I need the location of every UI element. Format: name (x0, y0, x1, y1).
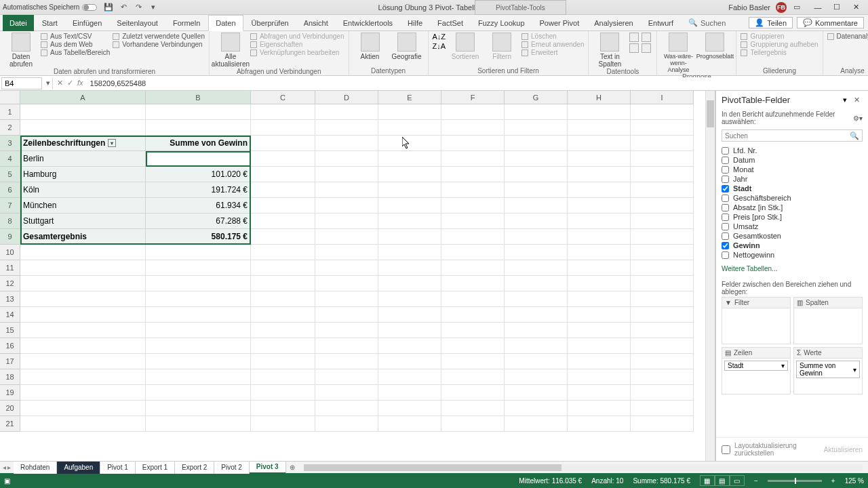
ribbon-item[interactable]: Aus dem Web (41, 41, 110, 48)
column-header[interactable]: H (568, 91, 631, 104)
cell[interactable] (441, 369, 505, 385)
cell[interactable] (441, 104, 505, 120)
qat-more-icon[interactable]: ▾ (149, 3, 158, 12)
cell[interactable] (20, 385, 146, 401)
cell[interactable] (378, 307, 441, 323)
ribbon-item[interactable]: Zuletzt verwendete Quellen (113, 33, 205, 40)
cell[interactable] (146, 291, 251, 307)
ribbon-item[interactable]: Aus Text/CSV (41, 33, 110, 40)
gear-icon[interactable]: ⚙▾ (853, 115, 863, 122)
cell[interactable] (568, 136, 631, 151)
field-item[interactable]: Stadt (722, 184, 863, 193)
more-tables-link[interactable]: Weitere Tabellen... (716, 262, 868, 275)
cell[interactable] (315, 291, 378, 307)
cell[interactable] (441, 385, 505, 401)
cell[interactable] (20, 401, 146, 416)
cell[interactable] (631, 182, 694, 198)
cell[interactable] (505, 104, 568, 120)
cell[interactable] (315, 245, 378, 260)
ribbon-item[interactable]: Verknüpfungen bearbeiten (250, 49, 344, 56)
cell[interactable] (631, 167, 694, 182)
field-item[interactable]: Datum (722, 155, 863, 165)
cell[interactable]: Köln (20, 182, 146, 198)
forecast-button[interactable]: Prognoseblatt (698, 33, 732, 60)
cell[interactable] (568, 104, 631, 120)
cell[interactable] (251, 120, 315, 136)
ribbon-item[interactable]: Erneut anwenden (521, 41, 584, 48)
cell[interactable] (315, 182, 378, 198)
user-avatar[interactable]: FB (776, 2, 787, 13)
cell[interactable] (251, 198, 315, 214)
row-header[interactable]: 18 (0, 369, 20, 385)
row-header[interactable]: 2 (0, 120, 20, 136)
ribbon-item[interactable]: Eigenschaften (250, 41, 344, 48)
cell[interactable] (20, 120, 146, 136)
cell[interactable] (568, 120, 631, 136)
cell[interactable] (505, 416, 568, 432)
area-row-item[interactable]: Stadt▾ (724, 361, 788, 371)
stocks-button[interactable]: Aktien (353, 33, 387, 60)
sheet-tab[interactable]: Rohdaten (14, 462, 57, 474)
cell[interactable] (441, 307, 505, 323)
cell[interactable] (146, 416, 251, 432)
cell[interactable] (441, 338, 505, 354)
row-header[interactable]: 21 (0, 416, 20, 432)
area-value-item[interactable]: Summe von Gewinn▾ (796, 361, 860, 378)
data-analysis-button[interactable]: Datenanalyse (827, 33, 868, 40)
cell[interactable] (146, 338, 251, 354)
cell[interactable] (378, 136, 441, 151)
tab-entwicklertools[interactable]: Entwicklertools (336, 15, 399, 31)
cell[interactable] (20, 323, 146, 338)
tell-me-search[interactable]: 🔍 Suchen (688, 18, 726, 27)
name-box[interactable]: B4 (1, 77, 42, 89)
cell[interactable] (631, 198, 694, 214)
cell[interactable] (378, 198, 441, 214)
sheet-nav-prev-icon[interactable]: ◂ (3, 464, 6, 471)
cell[interactable] (568, 323, 631, 338)
view-layout-icon[interactable]: ▤ (715, 475, 730, 486)
defer-layout-checkbox[interactable] (722, 445, 730, 454)
geography-button[interactable]: Geografie (390, 33, 424, 60)
cell[interactable] (315, 416, 378, 432)
cell[interactable] (20, 416, 146, 432)
field-item[interactable]: Gesamtkosten (722, 231, 863, 241)
cell[interactable] (568, 198, 631, 214)
cell[interactable] (505, 323, 568, 338)
sheet-tab[interactable]: Pivot 2 (214, 462, 250, 474)
cell[interactable] (315, 307, 378, 323)
cell[interactable] (631, 214, 694, 229)
cell[interactable] (315, 276, 378, 291)
cell[interactable] (441, 323, 505, 338)
cell[interactable] (505, 401, 568, 416)
cell[interactable]: Berlin (20, 151, 146, 167)
zoom-out-icon[interactable]: − (754, 477, 758, 485)
cell[interactable] (441, 198, 505, 214)
cell[interactable] (441, 245, 505, 260)
cell[interactable] (251, 260, 315, 276)
tab-hilfe[interactable]: Hilfe (401, 15, 429, 31)
cell[interactable] (146, 323, 251, 338)
row-header[interactable]: 6 (0, 182, 20, 198)
cell[interactable] (315, 120, 378, 136)
data-val-icon[interactable] (629, 43, 639, 53)
cell[interactable] (568, 291, 631, 307)
cell[interactable] (378, 214, 441, 229)
tab-daten[interactable]: Daten (208, 15, 243, 31)
cell[interactable] (441, 416, 505, 432)
cell[interactable] (146, 354, 251, 369)
cell[interactable] (251, 369, 315, 385)
column-header[interactable]: E (378, 91, 441, 104)
cell[interactable] (505, 338, 568, 354)
tab-file[interactable]: Datei (3, 15, 34, 31)
cell[interactable]: 580.175 € (146, 229, 251, 245)
cell[interactable] (441, 401, 505, 416)
cell[interactable] (251, 104, 315, 120)
pane-settings-icon[interactable]: ▾ (843, 96, 847, 104)
consolidate-icon[interactable] (642, 43, 651, 53)
cell[interactable] (251, 276, 315, 291)
cell[interactable] (378, 104, 441, 120)
cell[interactable] (251, 338, 315, 354)
select-all-corner[interactable] (0, 91, 20, 104)
cell[interactable]: 158.210 € (146, 151, 251, 167)
minimize-button[interactable]: — (808, 0, 827, 15)
